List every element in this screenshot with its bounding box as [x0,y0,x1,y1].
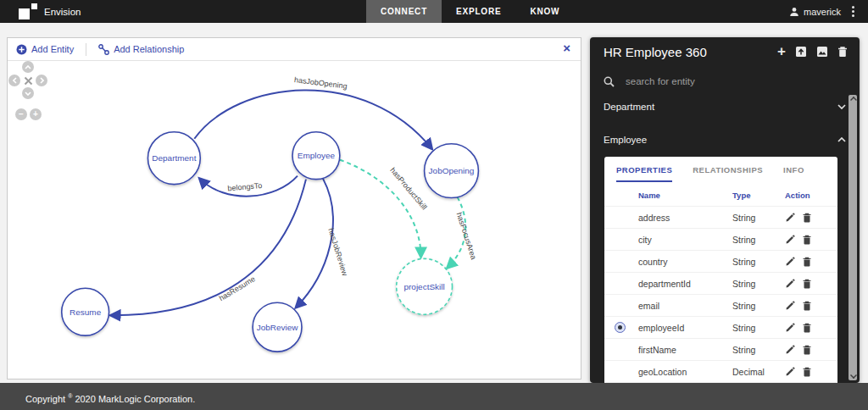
delete-trash-icon[interactable] [803,301,811,311]
property-type: String [732,257,785,267]
model-graph-panel: Add Entity Add Relationship × hasJobOpen… [7,37,581,380]
zoom-in-button[interactable]: + [30,108,42,120]
delete-trash-icon[interactable] [803,235,811,245]
add-icon[interactable]: + [777,46,786,58]
model-detail-panel: HR Employee 360 + Department Employee PR… [590,37,860,383]
scroll-down-icon[interactable] [850,372,857,379]
pan-up-button[interactable] [22,61,34,73]
image-icon[interactable] [816,46,828,58]
property-name: employeeId [638,323,732,333]
tab-properties[interactable]: PROPERTIES [616,165,672,182]
publish-icon[interactable] [795,46,807,58]
kebab-menu-icon[interactable] [849,4,858,19]
edit-pencil-icon[interactable] [785,235,795,245]
search-entity-input[interactable] [624,75,846,87]
pan-down-button[interactable] [22,87,34,99]
entity-graph: hasJobOpeningbelongsTohasResumehasJobRev… [8,61,581,379]
property-name: city [638,235,732,245]
entity-name: Department [604,102,654,112]
delete-trash-icon[interactable] [803,323,811,333]
graph-edge[interactable] [111,180,306,316]
edge-label: hasResume [218,274,257,302]
chevron-down-icon [837,104,846,109]
edit-pencil-icon[interactable] [785,257,795,267]
link-icon [98,44,109,55]
navbar-right: maverick [789,0,858,23]
add-relationship-button[interactable]: Add Relationship [98,44,184,55]
delete-trash-icon[interactable] [803,257,811,267]
toolbar-divider [86,43,86,56]
primary-key-icon [615,322,626,333]
tab-info[interactable]: INFO [783,165,804,182]
properties-table-header: Name Type Action [604,185,837,207]
node-label: JobReview [257,323,299,332]
user-menu[interactable]: maverick [789,7,841,17]
panel-actions: + [777,46,848,58]
zoom-out-button[interactable]: − [15,108,27,120]
graph-node[interactable]: JobOpening [425,144,479,198]
delete-trash-icon[interactable] [803,367,811,377]
property-type: String [732,279,785,289]
property-type: String [732,213,785,223]
delete-trash-icon[interactable] [803,213,811,223]
graph-node[interactable]: Department [147,132,200,185]
property-row: employeeId String [604,317,837,339]
header-type: Type [732,191,785,200]
tab-explore[interactable]: EXPLORE [442,0,515,23]
property-name: departmentId [638,279,732,289]
edit-pencil-icon[interactable] [785,279,795,289]
pan-right-button[interactable] [36,75,47,86]
graph-node[interactable]: JobReview [253,302,302,352]
edit-pencil-icon[interactable] [785,345,795,355]
panel-header: HR Employee 360 + [590,37,860,66]
tab-relationships[interactable]: RELATIONSHIPS [693,165,763,182]
node-label: Employee [298,151,336,160]
property-row: geoLocation Decimal [604,361,837,383]
property-name: firstName [638,345,732,355]
node-label: JobOpening [429,166,475,175]
delete-trash-icon[interactable] [803,345,811,355]
tab-connect[interactable]: CONNECT [366,0,442,23]
envision-app: Envision CONNECT EXPLORE KNOW maverick A… [0,0,868,410]
property-name: email [638,301,732,311]
person-icon [789,7,799,17]
close-icon[interactable]: × [563,41,570,56]
username-label: maverick [804,7,841,17]
header-name: Name [638,191,732,200]
graph-node[interactable]: projectSkill [397,258,453,314]
add-entity-button[interactable]: Add Entity [16,44,74,55]
entity-item-department[interactable]: Department [590,94,860,119]
edit-pencil-icon[interactable] [785,301,795,311]
edit-pencil-icon[interactable] [785,367,795,377]
edge-label: hasJobOpening [293,75,348,91]
delete-icon[interactable] [837,46,848,58]
property-type: String [732,301,785,311]
graph-toolbar: Add Entity Add Relationship × [8,38,581,61]
app-footer: Copyright ® 2020 MarkLogic Corporation. [0,383,868,410]
entity-item-employee[interactable]: Employee [590,127,860,152]
graph-node[interactable]: Resume [62,288,109,335]
entity-search [590,66,860,91]
property-name: country [638,257,732,267]
fit-view-button[interactable] [22,75,34,86]
search-icon [604,76,615,87]
edit-pencil-icon[interactable] [785,323,795,333]
property-name: address [638,213,732,223]
edge-label: hasJobReview [326,227,349,277]
graph-edge[interactable] [340,160,421,258]
tab-know[interactable]: KNOW [515,0,574,23]
entity-name: Employee [604,135,647,145]
panel-scrollbar[interactable] [849,95,857,380]
delete-trash-icon[interactable] [803,279,811,289]
property-type: String [732,235,785,245]
header-action: Action [785,191,829,200]
add-entity-label: Add Entity [31,44,74,54]
node-label: projectSkill [403,282,444,291]
property-type: String [732,345,785,355]
graph-node[interactable]: Employee [292,132,340,180]
pan-left-button[interactable] [8,75,20,86]
property-row: address String [604,207,837,229]
edit-pencil-icon[interactable] [785,213,795,223]
scroll-up-icon[interactable] [850,97,857,103]
graph-canvas[interactable]: hasJobOpeningbelongsTohasResumehasJobRev… [8,61,581,379]
